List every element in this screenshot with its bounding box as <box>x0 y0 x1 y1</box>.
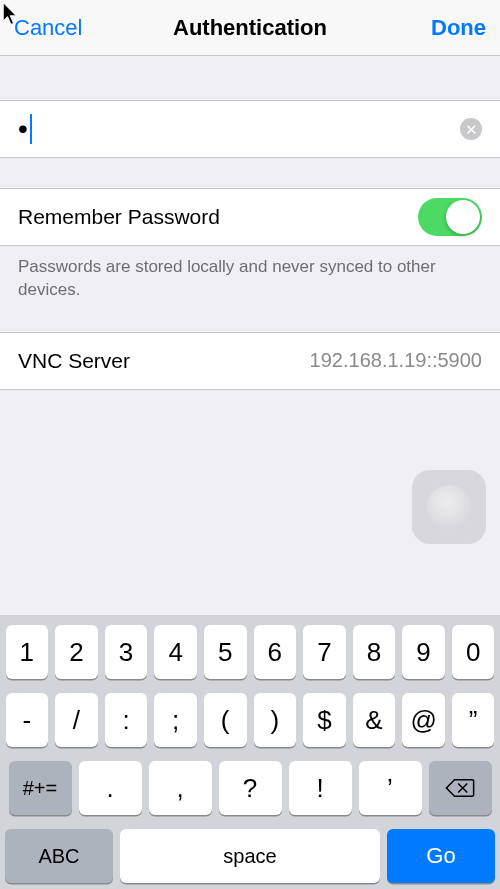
vnc-server-row: VNC Server 192.168.1.19::5900 <box>0 333 500 389</box>
remember-password-row: Remember Password <box>0 189 500 245</box>
key-)[interactable]: ) <box>254 693 297 747</box>
key-9[interactable]: 9 <box>402 625 445 679</box>
clear-text-icon[interactable]: ✕ <box>460 118 482 140</box>
toggle-knob <box>446 200 480 234</box>
key-![interactable]: ! <box>289 761 352 815</box>
x-icon: ✕ <box>465 122 478 137</box>
key-7[interactable]: 7 <box>303 625 346 679</box>
key-3[interactable]: 3 <box>105 625 148 679</box>
key-abc[interactable]: ABC <box>5 829 113 883</box>
key-@[interactable]: @ <box>402 693 445 747</box>
backspace-icon <box>445 777 475 799</box>
key-backspace[interactable] <box>429 761 492 815</box>
key-0[interactable]: 0 <box>452 625 495 679</box>
assistive-touch-icon <box>427 485 471 529</box>
done-button[interactable]: Done <box>431 15 486 41</box>
key-:[interactable]: : <box>105 693 148 747</box>
key-;[interactable]: ; <box>154 693 197 747</box>
key-&[interactable]: & <box>353 693 396 747</box>
key-/[interactable]: / <box>55 693 98 747</box>
key-?[interactable]: ? <box>219 761 282 815</box>
remember-password-note: Passwords are stored locally and never s… <box>0 246 500 302</box>
key-1[interactable]: 1 <box>6 625 49 679</box>
server-group: VNC Server 192.168.1.19::5900 <box>0 332 500 390</box>
cancel-button[interactable]: Cancel <box>14 15 82 41</box>
key-’[interactable]: ’ <box>359 761 422 815</box>
key-symbols[interactable]: #+= <box>9 761 72 815</box>
key-8[interactable]: 8 <box>353 625 396 679</box>
key--[interactable]: - <box>6 693 49 747</box>
key-6[interactable]: 6 <box>254 625 297 679</box>
key-$[interactable]: $ <box>303 693 346 747</box>
navigation-bar: Cancel Authentication Done <box>0 0 500 56</box>
key-.[interactable]: . <box>79 761 142 815</box>
vnc-server-value: 192.168.1.19::5900 <box>310 349 482 372</box>
password-group: • ✕ <box>0 100 500 158</box>
password-masked-value: • <box>18 115 28 143</box>
key-([interactable]: ( <box>204 693 247 747</box>
remember-group: Remember Password <box>0 188 500 246</box>
assistive-touch-button[interactable] <box>412 470 486 544</box>
key-,[interactable]: , <box>149 761 212 815</box>
key-space[interactable]: space <box>120 829 380 883</box>
key-go[interactable]: Go <box>387 829 495 883</box>
key-”[interactable]: ” <box>452 693 495 747</box>
keyboard: 1234567890 -/:;()$&@” #+= .,?!’ ABC spac… <box>0 615 500 889</box>
text-caret <box>30 114 32 144</box>
remember-password-label: Remember Password <box>18 205 418 229</box>
key-2[interactable]: 2 <box>55 625 98 679</box>
remember-password-toggle[interactable] <box>418 198 482 236</box>
key-4[interactable]: 4 <box>154 625 197 679</box>
vnc-server-label: VNC Server <box>18 349 310 373</box>
password-row[interactable]: • ✕ <box>0 101 500 157</box>
key-5[interactable]: 5 <box>204 625 247 679</box>
